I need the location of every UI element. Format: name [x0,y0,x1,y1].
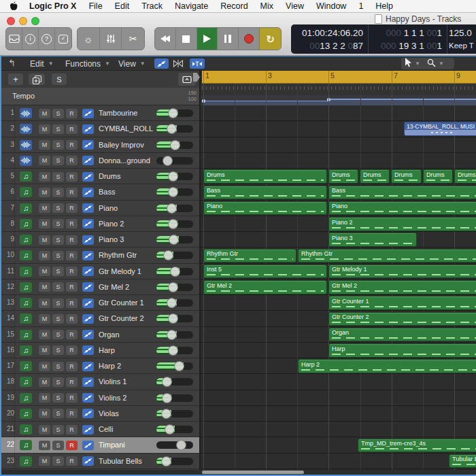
solo-button[interactable]: S [52,330,64,339]
track-name[interactable]: Gtr Counter 2 [99,311,144,326]
track-header-row[interactable]: 21♫MSRCelli [1,422,199,437]
checklist-button[interactable]: ✓ [55,28,71,50]
solo-button[interactable]: S [52,345,64,355]
horizontal-scrollbar[interactable] [202,471,304,474]
track-header-row[interactable]: 18♫MSRViolins 1 [1,374,199,390]
track-automation-icon[interactable] [82,377,94,387]
track-header-row[interactable]: 8♫MSRPiano 2 [1,216,199,232]
fader-knob[interactable] [162,377,172,387]
chevron-down-icon[interactable]: ▼ [439,61,444,67]
track-name[interactable]: Harp 2 [99,358,121,373]
mute-button[interactable]: M [39,314,50,324]
volume-fader[interactable] [156,347,193,354]
mute-button[interactable]: M [39,140,50,150]
mute-button[interactable]: M [39,282,50,292]
solo-button[interactable]: S [52,140,64,150]
region-gtr-counter-2[interactable]: Gtr Counter 2 [328,312,476,326]
record-enable-button[interactable]: R [66,219,78,228]
zoom-tool[interactable] [427,58,436,70]
view-menu[interactable]: View▼ [118,56,146,71]
chevron-down-icon[interactable]: ▼ [415,61,420,67]
fader-knob[interactable] [167,330,177,340]
track-automation-icon[interactable] [82,235,94,245]
mute-button[interactable]: M [39,377,50,387]
menu-view[interactable]: View [279,1,310,11]
volume-fader[interactable] [156,125,193,133]
track-automation-icon[interactable] [82,188,94,197]
fader-knob[interactable] [168,108,178,118]
solo-button[interactable]: S [52,219,64,228]
mute-button[interactable]: M [39,409,50,418]
solo-button[interactable]: S [52,409,64,418]
track-name[interactable]: Drums [99,169,120,184]
mute-button[interactable]: M [39,441,50,450]
record-enable-button[interactable]: R [66,282,78,292]
track-header-row[interactable]: 16♫MSRHarp [1,343,199,358]
menu-logic-pro-x[interactable]: Logic Pro X [23,1,82,11]
mute-button[interactable]: M [39,219,50,228]
region-drums[interactable]: Drums [328,169,358,184]
region-harp-2[interactable]: Harp 2 [298,359,476,373]
region-drums[interactable]: Drums [360,169,390,184]
record-enable-button[interactable]: R [66,441,78,450]
track-automation-icon[interactable] [82,456,94,466]
track-header-row[interactable]: 6♫MSRBass [1,184,199,200]
volume-fader[interactable] [156,299,193,307]
pointer-tool[interactable] [405,58,412,70]
region-bass[interactable]: Bass [203,186,327,200]
solo-button[interactable]: S [52,203,64,213]
cycle-button[interactable]: ↻ [260,28,281,50]
menu-track[interactable]: Track [135,1,169,11]
solo-button[interactable]: S [52,441,64,450]
track-name[interactable]: Violins 2 [99,390,126,405]
record-enable-button[interactable]: R [66,203,78,213]
fader-knob[interactable] [168,219,178,229]
fader-knob[interactable] [168,282,178,292]
track-name[interactable]: Rhythm Gtr [99,248,137,262]
apple-menu-icon[interactable] [10,1,18,11]
volume-fader[interactable] [156,315,193,322]
track-automation-icon[interactable] [82,345,94,355]
groups-button[interactable]: S [52,73,67,85]
record-enable-button[interactable]: R [66,377,78,387]
track-automation-icon[interactable] [82,251,94,260]
volume-fader[interactable] [156,109,193,117]
record-enable-button[interactable]: R [66,251,78,260]
scissors-button[interactable]: ✂ [122,28,144,50]
record-enable-button[interactable]: R [66,362,78,371]
fader-knob[interactable] [163,156,173,166]
record-enable-button[interactable]: R [66,140,78,150]
track-header-row[interactable]: 17♫MSRHarp 2 [1,358,199,374]
mute-button[interactable]: M [39,156,50,165]
solo-button[interactable]: S [52,299,64,308]
solo-button[interactable]: S [52,282,64,292]
solo-button[interactable]: S [52,362,64,371]
volume-fader[interactable] [156,157,193,165]
track-name[interactable]: Gtr Counter 1 [99,295,144,310]
track-automation-icon[interactable] [82,267,94,276]
menu-1[interactable]: 1 [352,1,369,11]
record-enable-button[interactable]: R [66,124,78,134]
functions-menu[interactable]: Functions▼ [65,56,110,71]
mute-button[interactable]: M [39,124,50,134]
fader-knob[interactable] [168,345,178,356]
automation-button[interactable] [154,58,169,69]
region-tubular-bells[interactable]: Tubular Bells [449,454,476,469]
catch-playhead-button[interactable] [190,58,205,69]
region-gtr-melody-1[interactable]: Gtr Melody 1 [328,265,476,279]
mute-button[interactable]: M [39,235,50,245]
track-automation-icon[interactable] [82,425,94,435]
track-name[interactable]: Celli [99,422,113,437]
record-enable-button[interactable]: R [66,425,78,435]
fader-knob[interactable] [161,456,171,466]
volume-fader[interactable] [156,188,193,196]
track-name[interactable]: Timpani [99,437,125,452]
record-enable-button[interactable]: R [66,393,78,403]
record-enable-button[interactable]: R [66,235,78,245]
fader-knob[interactable] [170,140,180,150]
track-header-row[interactable]: 11♫MSRGtr Melody 1 [1,264,199,279]
tempo-track-header[interactable]: Tempo 150 100 [1,88,199,105]
menu-help[interactable]: Help [369,1,399,11]
region-inst-5[interactable]: Inst 5 [203,265,327,279]
track-header-row[interactable]: 10♫MSRRhythm Gtr [1,248,199,263]
